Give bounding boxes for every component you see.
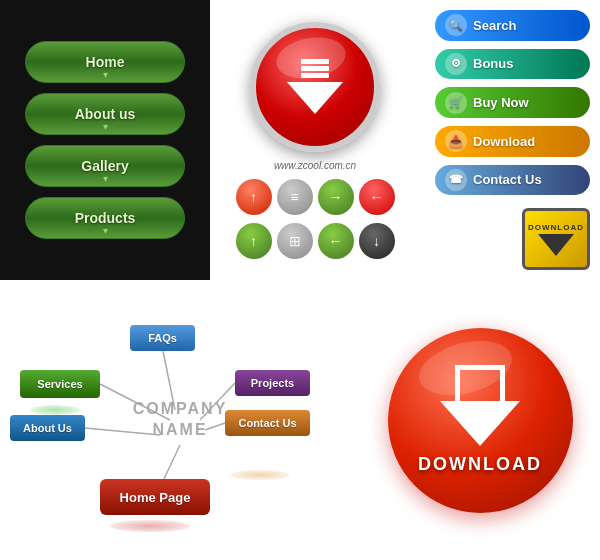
search-button[interactable]: 🔍 Search xyxy=(435,10,590,41)
contact-us-button[interactable]: ☎ Contact Us xyxy=(435,165,590,196)
contact-node[interactable]: Contact Us xyxy=(225,410,310,436)
download-icon: 📥 xyxy=(445,130,467,152)
download-side-button[interactable]: 📥 Download xyxy=(435,126,590,157)
nav-gallery-button[interactable]: Gallery xyxy=(25,145,185,187)
projects-node[interactable]: Projects xyxy=(235,370,310,396)
site-url: www.zcool.com.cn xyxy=(274,160,356,171)
services-node[interactable]: Services xyxy=(20,370,100,398)
arrow-down-dark-button[interactable]: ↓ xyxy=(359,223,395,259)
arrow-left-green-button[interactable]: ← xyxy=(318,223,354,259)
grid-gray-button[interactable]: ⊞ xyxy=(277,223,313,259)
search-icon: 🔍 xyxy=(445,14,467,36)
homepage-glow xyxy=(110,520,190,532)
faqs-node[interactable]: FAQs xyxy=(130,325,195,351)
arrow-right-green-button[interactable]: → xyxy=(318,179,354,215)
company-name-label: COMPANY NAME xyxy=(133,399,228,441)
arrow-up-red-button[interactable]: ↑ xyxy=(236,179,272,215)
aboutus-node[interactable]: About Us xyxy=(10,415,85,441)
services-glow xyxy=(30,405,80,415)
buy-now-button[interactable]: 🛒 Buy Now xyxy=(435,87,590,118)
arrow-up-green-button[interactable]: ↑ xyxy=(236,223,272,259)
bonus-button[interactable]: ⚙ Bonus xyxy=(435,49,590,80)
gear-icon: ⚙ xyxy=(445,53,467,75)
arrow-left-red-button[interactable]: ← xyxy=(359,179,395,215)
homepage-node[interactable]: Home Page xyxy=(100,479,210,515)
right-download-area: DOWNLOAD xyxy=(360,280,600,560)
contact-glow xyxy=(230,470,290,480)
download-box-icon xyxy=(455,365,505,403)
small-buttons-row-2: ↑ ⊞ ← ↓ xyxy=(236,223,395,259)
center-area: www.zcool.com.cn ↑ ≡ → ← ↑ ⊞ ← ↓ xyxy=(210,0,420,280)
lines-gray-button[interactable]: ≡ xyxy=(277,179,313,215)
diagram-area: COMPANY NAME Services About Us FA xyxy=(0,280,360,560)
phone-icon: ☎ xyxy=(445,169,467,191)
cart-icon: 🛒 xyxy=(445,92,467,114)
nav-aboutus-button[interactable]: About us xyxy=(25,93,185,135)
big-download-circle-button[interactable] xyxy=(250,22,380,152)
nav-panel: Home About us Gallery Products xyxy=(0,0,210,280)
right-buttons-panel: 🔍 Search ⚙ Bonus 🛒 Buy Now 📥 Download ☎ … xyxy=(420,0,600,280)
nav-products-button[interactable]: Products xyxy=(25,197,185,239)
big-red-download-button[interactable]: DOWNLOAD xyxy=(388,328,573,513)
small-buttons-row: ↑ ≡ → ← xyxy=(236,179,395,215)
download-arrow-icon xyxy=(440,401,520,446)
yellow-download-arrow-icon xyxy=(538,234,574,256)
bottom-section: COMPANY NAME Services About Us FA xyxy=(0,280,600,560)
download-label: DOWNLOAD xyxy=(418,454,542,475)
yellow-download-box-button[interactable]: DOWNLOAD xyxy=(522,208,590,270)
nav-home-button[interactable]: Home xyxy=(25,41,185,83)
